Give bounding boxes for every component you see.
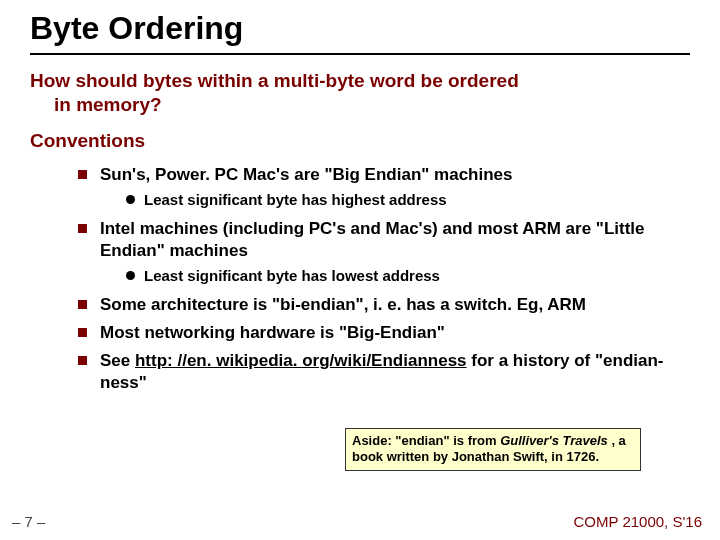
wikipedia-link[interactable]: http: //en. wikipedia. org/wiki/Endianne… — [135, 351, 467, 370]
aside-title: Gulliver's Travels — [500, 433, 608, 448]
conventions-heading: Conventions — [30, 129, 690, 153]
page-number: – 7 – — [12, 513, 45, 530]
subbullet-big-endian-desc: Least significant byte has highest addre… — [126, 190, 690, 210]
question-heading: How should bytes within a multi-byte wor… — [30, 69, 690, 117]
bullet-bi-endian: Some architecture is "bi-endian", i. e. … — [78, 294, 690, 316]
slide-title: Byte Ordering — [30, 10, 690, 47]
question-line2: in memory? — [30, 93, 690, 117]
aside-box: Aside: "endian" is from Gulliver's Trave… — [345, 428, 641, 471]
bullet-networking: Most networking hardware is "Big-Endian" — [78, 322, 690, 344]
title-rule — [30, 53, 690, 55]
bullet-wikipedia: See http: //en. wikipedia. org/wiki/Endi… — [78, 350, 690, 394]
bullet-big-endian: Sun's, Power. PC Mac's are "Big Endian" … — [78, 164, 690, 210]
aside-prefix: Aside: "endian" is from — [352, 433, 500, 448]
bullet-text: Intel machines (including PC's and Mac's… — [100, 219, 645, 260]
bullet-list: Sun's, Power. PC Mac's are "Big Endian" … — [30, 164, 690, 394]
bullet-see-prefix: See — [100, 351, 135, 370]
course-label: COMP 21000, S'16 — [574, 513, 703, 530]
bullet-little-endian: Intel machines (including PC's and Mac's… — [78, 218, 690, 286]
subbullet-little-endian-desc: Least significant byte has lowest addres… — [126, 266, 690, 286]
question-line1: How should bytes within a multi-byte wor… — [30, 70, 519, 91]
bullet-text: Sun's, Power. PC Mac's are "Big Endian" … — [100, 165, 513, 184]
